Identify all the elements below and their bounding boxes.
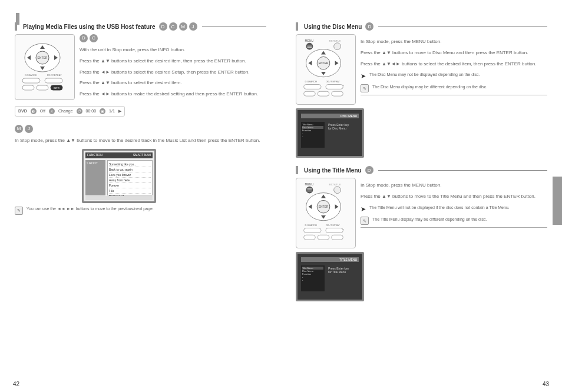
list-item: Something like you... xyxy=(109,162,151,167)
list-item: Back to you again xyxy=(109,167,151,172)
s4-hint: ➤ The Title Menu will not be displayed i… xyxy=(361,205,547,214)
angle-icon: ◐ xyxy=(31,108,37,114)
svg-rect-51 xyxy=(318,235,329,240)
cd-icon-small: C xyxy=(90,34,98,42)
section-4-heading: Using the Title Menu D xyxy=(296,166,547,174)
time-icon: ⏱ xyxy=(77,108,82,114)
svg-point-18 xyxy=(334,43,341,50)
svg-text:D.SEARCH: D.SEARCH xyxy=(305,224,317,227)
svg-rect-32 xyxy=(318,91,329,96)
hint-text: The Title Menu will not be displayed if … xyxy=(369,205,510,210)
shot-line2: for Title Menu xyxy=(328,270,349,274)
jpeg-icon: J xyxy=(189,22,197,31)
note-text: You can use the ◄◄ ►► buttons to move to… xyxy=(27,207,154,211)
title-menu-screenshot: TITLE MENU Title Menu Disc Menu Function… xyxy=(296,252,364,301)
section-1-title: Playing Media Files using the USB Host f… xyxy=(23,24,156,30)
step-5: Press the ◄► buttons to make the desired… xyxy=(80,91,266,98)
cd-icon: C xyxy=(169,22,177,31)
svg-rect-30 xyxy=(326,85,343,89)
jpeg-icon-2: J xyxy=(25,125,33,133)
play-icon: ▶ xyxy=(118,109,121,114)
remote-illustration-1: ENTER D.SEARCH DK / REPEAT INFO xyxy=(15,34,74,102)
shot-top-left: FUNCTION xyxy=(87,153,103,158)
menu-row: - xyxy=(302,278,323,281)
section-1-heading: Playing Media Files using the USB Host f… xyxy=(15,22,266,31)
note-icon: ✎ xyxy=(15,207,23,215)
section-1-body: ENTER D.SEARCH DK / REPEAT INFO xyxy=(15,34,266,102)
section-4-instructions: In Stop mode, press the MENU button. Pre… xyxy=(361,178,547,301)
svg-text:DK / REPEAT: DK / REPEAT xyxy=(326,224,340,227)
shot-hdr: TITLE MENU xyxy=(338,257,359,262)
s3-note: ✎ The Disc Menu display may be different… xyxy=(361,84,547,92)
svg-text:INFO: INFO xyxy=(54,87,59,89)
list-item: Away from here xyxy=(109,178,151,183)
svg-rect-11 xyxy=(22,85,34,90)
dvd-icon-s4: D xyxy=(365,166,373,174)
section-2-instructions: In Stop mode, press the ▲▼ buttons to mo… xyxy=(15,138,266,144)
svg-text:ENTER: ENTER xyxy=(319,205,329,208)
menu-row: - xyxy=(302,135,323,138)
disc-menu-screenshot: DISC MENU Title Menu Disc Menu Function … xyxy=(296,108,364,158)
page-header-bar xyxy=(16,13,19,25)
section-3-instructions: In Stop mode, press the MENU button. Pre… xyxy=(361,34,547,158)
note-icon: ✎ xyxy=(361,84,369,92)
shot-root: > ROOT xyxy=(85,160,105,166)
svg-rect-33 xyxy=(332,91,343,96)
svg-text:MENU: MENU xyxy=(305,183,314,186)
remote-svg-3: MENU RCTV/TUV ENTER D.SEARCH DK / REPEAT… xyxy=(299,37,348,101)
dvd-icon-s3: D xyxy=(365,22,373,31)
svg-rect-12 xyxy=(37,85,48,90)
shot-line2: for Disc Menu xyxy=(328,127,349,130)
svg-rect-49 xyxy=(326,228,343,233)
svg-rect-48 xyxy=(304,228,321,233)
svg-text:DK / REPEAT: DK / REPEAT xyxy=(326,80,340,83)
step-2: Press the ▲▼ buttons to select the desir… xyxy=(80,58,266,65)
svg-rect-31 xyxy=(304,91,316,96)
playlist-screenshot: FUNCTION SMART NAVI > ROOT Something lik… xyxy=(82,149,156,203)
svg-text:RCTV/TUV: RCTV/TUV xyxy=(329,183,341,186)
page-number-left: 42 xyxy=(13,381,19,387)
section-2-step: In Stop mode, press the ▲▼ buttons to mo… xyxy=(15,138,266,144)
hint-text: The Disc Menu may not be displayed depen… xyxy=(369,72,480,77)
step-1: With the unit in Stop mode, press the IN… xyxy=(80,47,266,54)
shot-hdr: DISC MENU xyxy=(339,114,359,118)
section-1-instructions: D C With the unit in Stop mode, press th… xyxy=(80,34,266,102)
svg-rect-10 xyxy=(45,78,62,83)
svg-text:ENTER: ENTER xyxy=(319,62,329,65)
remote-illustration-4: MENU RCTV/TUV ENTER D.SEARCH DK / REPEAT… xyxy=(296,178,355,301)
chapter-icon: ▣ xyxy=(100,108,105,114)
svg-text:RCTV/TUV: RCTV/TUV xyxy=(329,39,341,42)
dvd-icon: D xyxy=(159,22,167,31)
svg-rect-50 xyxy=(304,235,316,240)
caret-icon: ➤ xyxy=(361,205,366,214)
svg-rect-29 xyxy=(304,85,321,89)
list-item: I do xyxy=(109,188,151,194)
svg-rect-9 xyxy=(22,78,40,83)
list-item: Love you forever xyxy=(109,172,151,178)
caret-icon: ➤ xyxy=(361,72,366,81)
audio-icon: ♫ xyxy=(49,108,55,114)
side-tab xyxy=(553,177,562,225)
remote-illustration-3: MENU RCTV/TUV ENTER D.SEARCH DK / REPEAT… xyxy=(296,34,355,158)
svg-rect-52 xyxy=(332,235,343,240)
svg-text:MENU: MENU xyxy=(305,39,314,42)
s3-step-1: In Stop mode, press the MENU button. xyxy=(361,39,547,45)
dvd-icon-small: D xyxy=(80,34,88,42)
page-left: Playing Media Files using the USB Host f… xyxy=(0,0,281,392)
note-icon: ✎ xyxy=(361,217,369,225)
step-4: Press the ▲▼ buttons to select the desir… xyxy=(80,80,266,87)
page-right: Using the Disc Menu D MENU RCTV/TUV ENTE… xyxy=(281,0,562,392)
section-4-title: Using the Title Menu xyxy=(304,167,362,174)
section-3-heading: Using the Disc Menu D xyxy=(296,22,547,31)
svg-text:ENTER: ENTER xyxy=(38,56,48,59)
disc-display-strip: DVD ◐Off ♫Change ⏱00:00 ▣1/1 ▶ xyxy=(15,106,125,117)
svg-text:DK / REPEAT: DK / REPEAT xyxy=(47,74,62,77)
note-text: The Title Menu display may be different … xyxy=(372,217,487,222)
remote-svg-4: MENU RCTV/TUV ENTER D.SEARCH DK / REPEAT… xyxy=(299,181,348,244)
page-number-right: 43 xyxy=(543,381,549,387)
svg-text:D.SEARCH: D.SEARCH xyxy=(25,74,37,77)
s4-step-1: In Stop mode, press the MENU button. xyxy=(361,182,547,189)
s3-step-2: Press the ▲▼ buttons to move to Disc Men… xyxy=(361,50,547,57)
svg-text:D.SEARCH: D.SEARCH xyxy=(305,80,317,83)
track-list: Something like you... Back to you again … xyxy=(107,160,153,195)
